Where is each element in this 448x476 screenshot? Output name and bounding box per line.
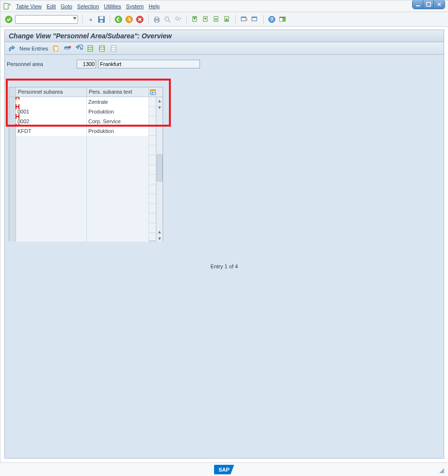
enter-icon[interactable] [4,15,13,24]
exit-icon[interactable] [125,15,133,24]
next-page-icon[interactable] [212,15,221,24]
minimize-button[interactable] [413,0,423,9]
layout-icon[interactable] [278,15,287,24]
table-header: Personnel subarea Pers. subarea text [9,87,163,97]
cell-subarea-text[interactable]: Produktion [87,107,149,116]
col-pers-subarea-text[interactable]: Pers. subarea text [87,87,149,97]
table-row-empty[interactable] [9,136,163,146]
scroll-up2-icon[interactable]: ▴ [156,228,163,235]
find-icon[interactable] [163,15,172,24]
table-row-empty[interactable] [9,194,163,204]
table-row-empty[interactable] [9,175,163,184]
table-row[interactable]: KFDT Produktion [9,126,163,136]
svg-rect-28 [280,17,285,18]
help-icon[interactable]: ? [267,15,276,24]
resize-grip-icon[interactable] [439,468,444,473]
table-row-empty[interactable] [9,165,163,175]
select-all-icon[interactable] [87,45,95,52]
scroll-up-icon[interactable]: ▴ [156,97,163,104]
table-row-empty[interactable] [9,223,163,233]
row-marker[interactable] [9,97,16,106]
collapse-icon[interactable]: « [86,15,95,24]
maximize-button[interactable] [423,0,434,9]
table-row[interactable]: Zentrale [9,97,163,107]
table-settings-icon[interactable] [149,87,157,97]
command-field[interactable] [15,15,78,24]
cell-subarea[interactable] [16,97,87,107]
new-entries-button[interactable]: New Entries [19,46,48,51]
row-marker[interactable] [9,126,16,135]
svg-rect-34 [65,47,69,48]
svg-rect-1 [416,5,420,6]
print-icon[interactable] [152,15,161,24]
prev-page-icon[interactable] [201,15,210,24]
svg-rect-24 [252,17,257,18]
menu-help[interactable]: Help [149,3,160,9]
menu-utilities[interactable]: Utilities [104,3,121,9]
table-row[interactable]: 0001 Produktion [9,107,163,116]
cell-subarea-text[interactable]: Produktion [87,126,149,136]
row-marker[interactable] [9,107,16,116]
svg-rect-6 [100,20,103,22]
menu-edit[interactable]: Edit [47,3,56,9]
table-row[interactable]: 0002 Corp. Service [9,116,163,126]
content-area: Personnel area 1300 Frankfurt Personnel … [4,55,444,459]
table-row-empty[interactable] [9,146,163,155]
table-row-empty[interactable] [9,155,163,165]
new-session-icon[interactable] [240,15,249,24]
table-row-empty[interactable] [9,213,163,223]
menu-table-view[interactable]: Table View [16,3,42,9]
cell-subarea-text[interactable]: Corp. Service [87,116,149,126]
separator [82,15,83,24]
scroll-down2-icon[interactable]: ▾ [156,104,163,111]
menu-system[interactable]: System [126,3,144,9]
cell-subarea[interactable]: 0002 [16,116,87,126]
other-view-icon[interactable] [8,45,16,52]
scroll-down-icon[interactable]: ▾ [156,235,163,242]
row-marker-header[interactable] [9,87,16,97]
close-button[interactable] [434,0,445,9]
page-title: Change View "Personnel Area/Subarea": Ov… [4,30,444,42]
menu-selection[interactable]: Selection [77,3,99,9]
table-row-empty[interactable] [9,184,163,194]
gui-shortcut-icon[interactable] [250,15,259,24]
select-block-icon[interactable] [99,45,106,52]
menu-goto[interactable]: Goto [61,3,72,9]
svg-rect-22 [241,17,246,18]
document-menu-icon[interactable] [3,3,11,10]
personnel-area-label: Personnel area [7,61,75,67]
first-page-icon[interactable] [191,15,199,24]
find-next-icon[interactable] [174,15,183,24]
copy-icon[interactable] [52,45,60,52]
row-marker[interactable] [9,116,16,126]
table-row-empty[interactable] [9,233,163,242]
personnel-area-row: Personnel area 1300 Frankfurt [7,60,200,68]
last-page-icon[interactable] [223,15,232,24]
cell-subarea[interactable]: KFDT [16,126,87,136]
svg-rect-35 [88,46,93,51]
personnel-area-name: Frankfurt [98,60,200,68]
svg-rect-29 [282,18,285,21]
back-icon[interactable] [114,15,123,24]
separator [110,15,110,24]
col-personnel-subarea[interactable]: Personnel subarea [16,87,87,97]
application-toolbar: New Entries [4,42,444,55]
cell-subarea-text[interactable]: Zentrale [87,97,149,107]
cancel-icon[interactable] [135,15,144,24]
separator [263,15,264,24]
undo-icon[interactable] [75,45,83,52]
statusbar: SAP [0,462,448,476]
cell-subarea[interactable]: 0001 [16,107,87,116]
delete-row-icon[interactable] [64,45,71,52]
table-vertical-scrollbar[interactable]: ▴ ▴ ▾ ▾ [156,97,163,242]
svg-rect-40 [150,90,155,91]
deselect-all-icon[interactable] [110,45,118,52]
window-controls [412,0,445,9]
personnel-area-code[interactable]: 1300 [77,60,96,68]
svg-rect-0 [4,3,8,9]
scroll-thumb[interactable] [157,154,163,181]
table-body: Zentrale 0001 Produktion 0002 Corp. Serv… [9,97,163,242]
table-row-empty[interactable] [9,204,163,213]
svg-rect-20 [225,20,229,21]
save-icon[interactable] [97,15,106,24]
